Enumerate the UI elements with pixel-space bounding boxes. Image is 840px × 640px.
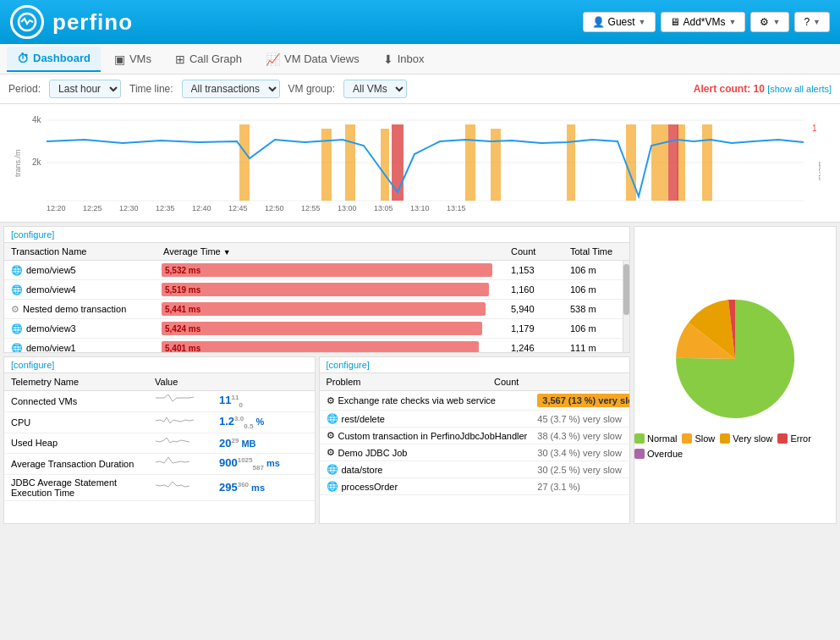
tel-spark-cell (148, 391, 216, 411)
header: perfino 👤 Guest ▼ 🖥 Add*VMs ▼ ⚙ ▼ ? ▼ (0, 0, 840, 44)
prob-header-count: Count (487, 373, 623, 390)
tel-header-name: Telemetry Name (4, 373, 148, 390)
legend-slow-dot (682, 433, 692, 444)
svg-rect-10 (321, 129, 332, 201)
scroll-thumb[interactable] (623, 264, 629, 315)
legend-veryslow-dot (720, 433, 730, 444)
prob-name-cell: 🌐 data/store (320, 461, 535, 477)
inbox-icon: ⬇ (383, 52, 393, 66)
period-select[interactable]: Last hour (49, 80, 121, 98)
col-header-count: Count (504, 243, 563, 260)
main-chart: 4k 2k trans./m 1 alerts 12:20 12:25 12:3… (8, 108, 821, 218)
prob-icon: 🌐 (327, 464, 338, 475)
addvms-button[interactable]: 🖥 Add*VMs ▼ (661, 12, 746, 32)
header-buttons: 👤 Guest ▼ 🖥 Add*VMs ▼ ⚙ ▼ ? ▼ (583, 12, 830, 32)
settings-caret: ▼ (772, 18, 780, 26)
table-row[interactable]: 🌐 demo/view4 5,519 ms 1,160 106 m (4, 280, 623, 300)
transaction-configure[interactable]: [configure] (4, 227, 629, 242)
settings-button[interactable]: ⚙ ▼ (750, 12, 789, 32)
legend-overdue-dot (634, 449, 645, 459)
svg-rect-16 (626, 124, 636, 201)
svg-rect-19 (702, 124, 712, 201)
scroll-spacer (623, 243, 629, 260)
tel-name-cell: Connected VMs (4, 394, 148, 409)
table-row[interactable]: 🌐 demo/view1 5,401 ms 1,246 111 m (4, 339, 623, 353)
svg-text:alerts: alerts (817, 162, 821, 181)
nav-callgraph[interactable]: ⊞ Call Graph (165, 47, 252, 71)
problem-row[interactable]: ⚙ Demo JDBC Job 30 (3.4 %) very slow (320, 444, 631, 461)
prob-count-cell: 30 (3.4 %) very slow (534, 445, 630, 461)
svg-rect-11 (345, 124, 355, 201)
tx-name-cell: 🌐 demo/view1 (4, 340, 156, 354)
pie-legend: Normal Slow Very slow Error Overdue (634, 433, 836, 459)
prob-name-cell: ⚙ Exchange rate checks via web service (320, 393, 535, 409)
tx-bar: 5,424 ms (162, 322, 482, 335)
legend-veryslow: Very slow (720, 433, 772, 444)
legend-slow: Slow (682, 433, 715, 444)
legend-normal: Normal (634, 433, 677, 444)
legend-normal-dot (634, 433, 645, 444)
settings-icon: ⚙ (760, 16, 769, 28)
problem-row[interactable]: 🌐 processOrder 27 (3.1 %) (320, 478, 631, 495)
nav-vms[interactable]: ▣ VMs (104, 47, 162, 71)
tel-val-cell: 2029 MB (216, 434, 260, 452)
prob-icon: ⚙ (327, 430, 335, 441)
prob-name-cell: ⚙ Custom transaction in PerfinoJdbcJobHa… (320, 428, 535, 444)
tx-bar: 5,401 ms (162, 341, 479, 353)
tx-bar: 5,532 ms (162, 263, 492, 277)
problems-configure[interactable]: [configure] (320, 357, 630, 372)
prob-count-cell: 38 (4.3 %) very slow (534, 428, 630, 444)
telemetry-configure[interactable]: [configure] (4, 357, 315, 372)
vmgroup-select[interactable]: All VMs (343, 80, 407, 98)
tx-count-cell: 1,246 (504, 340, 563, 353)
tel-val-cell: 295360 ms (216, 478, 268, 496)
svg-rect-20 (392, 124, 404, 201)
telemetry-body: Connected VMs 11110 CPU 1.23.00.5 % Used… (4, 391, 315, 501)
svg-text:12:20: 12:20 (47, 204, 66, 212)
transaction-panel: [configure] Transaction Name Average Tim… (3, 226, 630, 353)
problems-panel: [configure] Problem Count ⚙ Exchange rat… (319, 356, 631, 524)
svg-text:13:00: 13:00 (338, 204, 357, 212)
table-row[interactable]: ⚙ Nested demo transaction 5,441 ms 5,940… (4, 300, 623, 319)
prob-name-cell: ⚙ Demo JDBC Job (320, 444, 535, 461)
prob-count-cell: 30 (2.5 %) very slow (534, 462, 630, 477)
table-row[interactable]: 🌐 demo/view5 5,532 ms 1,153 106 m (4, 261, 623, 280)
nav-dashboard[interactable]: ⏱ Dashboard (7, 47, 101, 72)
nav-inbox[interactable]: ⬇ Inbox (373, 47, 435, 71)
problem-row[interactable]: ⚙ Exchange rate checks via web service 3… (320, 391, 631, 411)
svg-rect-13 (465, 124, 475, 201)
help-button[interactable]: ? ▼ (794, 12, 830, 32)
help-caret: ▼ (813, 18, 821, 26)
tx-count-cell: 1,179 (504, 321, 563, 336)
tx-avg-cell: 5,424 ms (156, 319, 504, 338)
table-row[interactable]: 🌐 demo/view3 5,424 ms 1,179 106 m (4, 319, 623, 339)
scrollbar[interactable] (623, 261, 629, 353)
transaction-table-body: 🌐 demo/view5 5,532 ms 1,153 106 m 🌐 demo… (4, 261, 623, 353)
dashboard-icon: ⏱ (17, 52, 29, 65)
help-icon: ? (804, 16, 810, 28)
tx-icon: 🌐 (11, 323, 23, 334)
tx-total-cell: 106 m (563, 321, 623, 336)
show-all-alerts-link[interactable]: [show all alerts] (767, 84, 832, 94)
guest-button[interactable]: 👤 Guest ▼ (583, 12, 656, 32)
svg-rect-17 (651, 124, 668, 201)
problem-row[interactable]: 🌐 rest/delete 45 (3.7 %) very slow (320, 411, 631, 428)
col-header-avg[interactable]: Average Time ▼ (156, 243, 504, 260)
chart-area: 4k 2k trans./m 1 alerts 12:20 12:25 12:3… (0, 104, 840, 223)
prob-count-cell: 27 (3.1 %) (534, 479, 630, 494)
bottom-section: [configure] Telemetry Name Value Connect… (0, 355, 634, 524)
nav-vmdataviews[interactable]: 📈 VM Data Views (255, 47, 370, 71)
timeline-select[interactable]: All transactions (182, 80, 280, 98)
addvms-caret: ▼ (729, 18, 737, 26)
prob-scroll-spacer (623, 373, 629, 390)
prob-count-text: 27 (3.1 %) (537, 482, 630, 492)
main-content: [configure] Transaction Name Average Tim… (0, 223, 840, 527)
problem-row[interactable]: ⚙ Custom transaction in PerfinoJdbcJobHa… (320, 428, 631, 444)
tel-name-cell: Average Transaction Duration (4, 456, 148, 472)
tel-spark-cell (148, 454, 216, 473)
tx-avg-cell: 5,401 ms (156, 339, 504, 353)
prob-count-text: 30 (3.4 %) very slow (537, 448, 630, 458)
svg-text:13:15: 13:15 (447, 204, 466, 212)
period-label: Period: (8, 83, 41, 95)
problem-row[interactable]: 🌐 data/store 30 (2.5 %) very slow (320, 461, 631, 478)
